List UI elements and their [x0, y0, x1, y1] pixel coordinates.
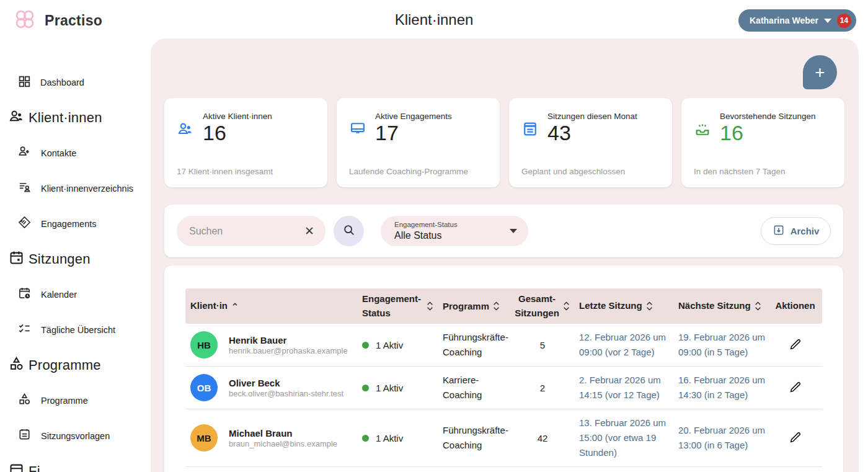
next-session-link[interactable]: 20. Februar 2026 um 13:00 (in 6 Tage) [673, 423, 772, 453]
sidebar-item-label: Kalender [41, 290, 77, 300]
people-icon [177, 120, 194, 140]
archive-button[interactable]: Archiv [761, 217, 831, 245]
status-text: 1 Aktiv [376, 383, 403, 393]
last-session-link[interactable]: 12. Februar 2026 um 09:00 (vor 2 Tage) [574, 330, 673, 360]
sidebar-section-label: Klient·innen [29, 110, 102, 126]
archive-label: Archiv [790, 226, 820, 236]
sidebar-item-engagements[interactable]: Engagements [0, 206, 151, 241]
sort-icon [426, 301, 434, 311]
edit-button[interactable] [789, 430, 802, 444]
directory-icon [17, 180, 32, 197]
status-text: 1 Aktiv [376, 340, 403, 350]
sort-icon [492, 301, 500, 311]
client-name: Oliver Beck [229, 377, 343, 390]
add-client-button[interactable]: + [803, 55, 837, 89]
program-cell: Karriere-Coaching [438, 373, 510, 403]
total-sessions-cell: 42 [510, 433, 574, 443]
sidebar-section-finanzen-partial[interactable]: Fi [0, 453, 151, 472]
sidebar-item-label: Tägliche Übersicht [41, 325, 115, 335]
client-name: Henrik Bauer [229, 334, 348, 347]
column-header-engagement-status[interactable]: Engagement-Status [357, 288, 438, 324]
stat-label: Aktive Klient·innen [203, 112, 272, 121]
sidebar-item-label: Engagements [41, 219, 96, 229]
next-session-link[interactable]: 16. Februar 2026 um 14:30 (in 2 Tage) [673, 373, 772, 403]
avatar: MB [190, 424, 218, 452]
sort-icon [562, 301, 570, 311]
sidebar-item-klientinnenverzeichnis[interactable]: Klient·innenverzeichnis [0, 171, 151, 206]
client-email: henrik.bauer@prohaska.example [229, 346, 348, 355]
total-sessions-cell: 5 [510, 340, 574, 350]
edit-button[interactable] [789, 380, 802, 394]
finance-icon [8, 461, 25, 472]
status-dot [362, 342, 369, 349]
main-content-panel: + Aktive Klient·innen 16 17 Klient·innen… [151, 38, 859, 472]
sidebar-section-programme[interactable]: Programme [0, 347, 151, 383]
column-header-klientin[interactable]: Klient·in [185, 295, 357, 317]
last-session-link[interactable]: 13. Februar 2026 um 15:00 (vor etwa 19 S… [574, 416, 673, 460]
sidebar-section-label: Programme [29, 357, 101, 373]
sidebar: Dashboard Klient·innen Kontakte Klient·i… [0, 38, 151, 472]
app-header: Practiso Klient·innen Katharina Weber 14 [0, 0, 868, 38]
search-input[interactable] [189, 226, 303, 237]
stat-card-active-clients: Aktive Klient·innen 16 17 Klient·innen i… [164, 98, 327, 187]
search-button[interactable] [334, 216, 364, 246]
select-value: Alle Status [394, 229, 510, 242]
status-dot [362, 435, 369, 442]
note-icon [521, 120, 539, 140]
column-header-naechste-sitzung[interactable]: Nächste Sitzung [673, 295, 772, 317]
client-email: braun_michael@bins.example [229, 439, 337, 448]
brand[interactable]: Practiso [14, 8, 102, 33]
avatar: OB [190, 374, 218, 401]
stat-value: 16 [203, 122, 272, 145]
sidebar-item-kontakte[interactable]: Kontakte [0, 135, 151, 171]
sidebar-section-klientinnen[interactable]: Klient·innen [0, 100, 151, 135]
stat-value: 16 [720, 122, 816, 145]
next-session-link[interactable]: 19. Februar 2026 um 09:00 (in 5 Tage) [673, 330, 772, 360]
shapes-icon [8, 355, 25, 375]
person-add-icon [17, 145, 32, 161]
checklist-icon [17, 321, 32, 338]
sort-icon [645, 301, 653, 311]
stats-row: Aktive Klient·innen 16 17 Klient·innen i… [164, 98, 844, 187]
stat-card-active-engagements: Aktive Engagements 17 Laufende Coaching-… [337, 98, 500, 187]
stat-card-sessions-this-month: Sitzungen diesen Monat 43 Geplant und ab… [509, 98, 672, 187]
column-header-programm[interactable]: Programm [438, 295, 510, 318]
stat-value: 43 [547, 122, 637, 145]
edit-button[interactable] [789, 337, 802, 351]
search-icon [342, 223, 356, 239]
stat-card-upcoming-sessions: Bevorstehende Sitzungen 16 In den nächst… [681, 98, 844, 187]
select-label: Engagement-Status [394, 220, 510, 229]
engagement-status-select[interactable]: Engagement-Status Alle Status [381, 216, 528, 246]
sidebar-item-dashboard[interactable]: Dashboard [0, 65, 151, 100]
column-header-gesamt-sitzungen[interactable]: Gesamt-Sitzungen [510, 288, 574, 324]
sidebar-item-sitzungsvorlagen[interactable]: Sitzungsvorlagen [0, 418, 151, 453]
clear-search-icon[interactable]: ✕ [303, 224, 316, 238]
tray-icon [694, 120, 711, 140]
last-session-link[interactable]: 2. Februar 2026 um 14:15 (vor 12 Tage) [574, 373, 673, 403]
client-name: Michael Braun [229, 427, 337, 440]
sidebar-item-programme[interactable]: Programme [0, 383, 151, 418]
search-field[interactable]: ✕ [177, 216, 326, 246]
table-row[interactable] [185, 467, 822, 472]
template-icon [17, 427, 32, 444]
stat-label: Bevorstehende Sitzungen [720, 112, 816, 121]
column-header-letzte-sitzung[interactable]: Letzte Sitzung [574, 295, 673, 317]
user-name: Katharina Weber [750, 16, 818, 25]
table-row[interactable]: MB Michael Braun braun_michael@bins.exam… [185, 409, 822, 467]
user-menu-button[interactable]: Katharina Weber 14 [738, 9, 856, 32]
sidebar-item-taegliche-uebersicht[interactable]: Tägliche Übersicht [0, 312, 151, 347]
stat-subtitle: Geplant und abgeschlossen [521, 167, 625, 176]
stat-subtitle: 17 Klient·innen insgesamt [177, 167, 273, 176]
table-row[interactable]: OB Oliver Beck beck.oliver@bashirian-ste… [185, 367, 822, 409]
notification-badge: 14 [837, 14, 851, 28]
sidebar-section-label: Fi [29, 463, 40, 472]
sidebar-section-sitzungen[interactable]: Sitzungen [0, 241, 151, 277]
table-header-row: Klient·in Engagement-Status Programm Ge [185, 288, 822, 324]
table-row[interactable]: HB Henrik Bauer henrik.bauer@prohaska.ex… [185, 324, 822, 367]
sidebar-item-label: Dashboard [40, 78, 84, 87]
stat-subtitle: Laufende Coaching-Programme [349, 167, 468, 176]
shapes-icon [17, 392, 32, 409]
people-icon [8, 108, 25, 127]
sidebar-item-kalender[interactable]: Kalender [0, 277, 151, 312]
program-cell: Führungskräfte-Coaching [438, 330, 510, 360]
